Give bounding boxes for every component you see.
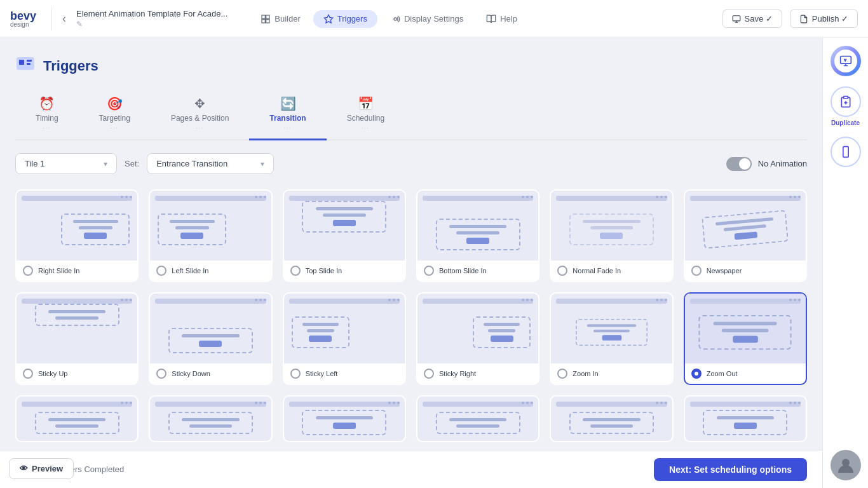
- radio-top-slide-in[interactable]: [290, 266, 301, 276]
- anim-card-newspaper[interactable]: Newspaper: [684, 189, 807, 282]
- anim-card-zoom-in[interactable]: Zoom In: [550, 292, 673, 385]
- nav-divider: [51, 8, 52, 30]
- anim-card-row3-1[interactable]: [15, 395, 139, 442]
- radio-sticky-left[interactable]: [290, 369, 301, 379]
- tile-dropdown[interactable]: Tile 1 ▾: [15, 153, 117, 174]
- anim-label-left-slide-in: Left Slide In: [172, 267, 208, 274]
- card-content: [702, 210, 789, 248]
- anim-card-left-slide-in[interactable]: Left Slide In: [149, 189, 272, 282]
- tab-display[interactable]: Display Settings: [380, 10, 473, 28]
- card-preview-sticky-left: [284, 294, 405, 363]
- page-title: Triggers: [43, 58, 98, 74]
- scheduling-label: Scheduling: [347, 114, 384, 123]
- card-preview-row3-5: [551, 396, 672, 441]
- card-content: [292, 316, 349, 348]
- brand-sub: design: [10, 22, 29, 28]
- anim-label-top-slide-in: Top Slide In: [306, 267, 342, 274]
- card-preview-row3-6: [685, 396, 806, 441]
- card-content: [699, 315, 792, 350]
- card-preview-newspaper: [685, 191, 806, 261]
- anim-card-bottom-slide-in[interactable]: Bottom Slide In: [416, 189, 539, 282]
- timing-label: Timing: [36, 114, 58, 123]
- tab-scheduling[interactable]: 📅 Scheduling ···: [327, 91, 405, 140]
- anim-card-normal-fade-in[interactable]: Normal Fade In: [550, 189, 673, 282]
- save-label: Save ✓: [745, 14, 773, 24]
- next-button[interactable]: Next: Set scheduling options: [654, 458, 807, 481]
- no-animation-toggle[interactable]: No Animation: [726, 157, 807, 171]
- set-dropdown[interactable]: Entrance Transition ▾: [147, 153, 274, 174]
- tab-targeting[interactable]: 🎯 Targeting ···: [79, 91, 151, 140]
- radio-zoom-out[interactable]: [691, 369, 702, 379]
- controls-row: Tile 1 ▾ Set: Entrance Transition ▾ No A…: [15, 153, 807, 174]
- svg-rect-3: [266, 19, 269, 22]
- card-preview-normal-fade-in: [551, 191, 672, 261]
- tab-triggers[interactable]: Triggers: [313, 10, 377, 28]
- mobile-preview-button[interactable]: [831, 137, 861, 167]
- card-content: [576, 319, 648, 346]
- card-footer: Bottom Slide In: [417, 261, 538, 281]
- tab-timing[interactable]: ⏰ Timing ···: [15, 91, 79, 140]
- radio-sticky-up[interactable]: [23, 369, 33, 379]
- anim-card-sticky-up[interactable]: Sticky Up: [15, 292, 139, 385]
- set-label: Set:: [125, 159, 139, 168]
- card-footer: Normal Fade In: [551, 261, 672, 281]
- anim-card-zoom-out[interactable]: Zoom Out: [684, 292, 807, 385]
- tab-display-label: Display Settings: [404, 14, 463, 24]
- save-button[interactable]: Save ✓: [722, 10, 782, 28]
- anim-card-row3-2[interactable]: [149, 395, 272, 442]
- preview-button[interactable]: 👁 Preview: [9, 458, 74, 479]
- triggers-icon: [15, 53, 36, 78]
- anim-card-right-slide-in[interactable]: Right Slide In: [15, 189, 139, 282]
- card-content: [473, 316, 531, 348]
- nav-title: Element Animation Template For Acade...: [76, 9, 227, 18]
- radio-sticky-right[interactable]: [424, 369, 434, 379]
- card-preview-sticky-right: [417, 294, 538, 363]
- card-footer: Sticky Left: [284, 363, 405, 384]
- duplicate-label: Duplicate: [831, 119, 860, 126]
- preview-icon: 👁: [20, 464, 28, 473]
- card-content: [302, 201, 386, 233]
- anim-label-zoom-in: Zoom In: [573, 370, 598, 377]
- anim-card-row3-4[interactable]: [416, 395, 539, 442]
- anim-card-sticky-right[interactable]: Sticky Right: [416, 292, 539, 385]
- card-preview-bottom-slide-in: [417, 191, 538, 261]
- anim-label-bottom-slide-in: Bottom Slide In: [439, 267, 487, 274]
- radio-zoom-in[interactable]: [557, 369, 567, 379]
- ab-test-badge[interactable]: [831, 46, 861, 76]
- anim-card-row3-6[interactable]: [684, 395, 807, 442]
- tab-builder[interactable]: Builder: [250, 10, 310, 28]
- anim-label-right-slide-in: Right Slide In: [38, 267, 79, 274]
- radio-right-slide-in[interactable]: [23, 266, 33, 276]
- duplicate-button[interactable]: [831, 86, 861, 117]
- card-preview-top-slide-in: [284, 191, 405, 261]
- main-layout: Triggers ⏰ Timing ··· 🎯 Targeting ··· ✥ …: [0, 38, 868, 488]
- card-content: [35, 304, 119, 326]
- svg-marker-4: [324, 15, 332, 23]
- svg-rect-2: [262, 19, 265, 22]
- svg-rect-1: [266, 15, 269, 18]
- timing-icon: ⏰: [39, 96, 55, 111]
- radio-sticky-down[interactable]: [156, 369, 166, 379]
- publish-button[interactable]: Publish ✓: [790, 10, 858, 28]
- toggle-switch[interactable]: [726, 157, 752, 171]
- radio-normal-fade-in[interactable]: [557, 266, 567, 276]
- tab-triggers-label: Triggers: [337, 14, 367, 24]
- anim-card-sticky-left[interactable]: Sticky Left: [283, 292, 406, 385]
- card-footer: Newspaper: [685, 261, 806, 281]
- anim-card-top-slide-in[interactable]: Top Slide In: [283, 189, 406, 282]
- card-preview-left-slide-in: [150, 191, 271, 261]
- sub-tabs: ⏰ Timing ··· 🎯 Targeting ··· ✥ Pages & P…: [15, 91, 807, 140]
- tab-help[interactable]: Help: [476, 10, 527, 28]
- anim-card-sticky-down[interactable]: Sticky Down: [149, 292, 272, 385]
- preview-label: Preview: [32, 464, 63, 473]
- radio-newspaper[interactable]: [691, 266, 702, 276]
- tab-pages[interactable]: ✥ Pages & Position ···: [151, 91, 249, 140]
- mobile-preview-wrap: [831, 137, 861, 167]
- tab-transition[interactable]: 🔄 Transition ···: [249, 91, 326, 140]
- set-value: Entrance Transition: [156, 159, 227, 168]
- back-button[interactable]: ‹: [62, 12, 66, 25]
- anim-card-row3-5[interactable]: [550, 395, 673, 442]
- radio-bottom-slide-in[interactable]: [424, 266, 434, 276]
- anim-card-row3-3[interactable]: [283, 395, 406, 442]
- radio-left-slide-in[interactable]: [156, 266, 166, 276]
